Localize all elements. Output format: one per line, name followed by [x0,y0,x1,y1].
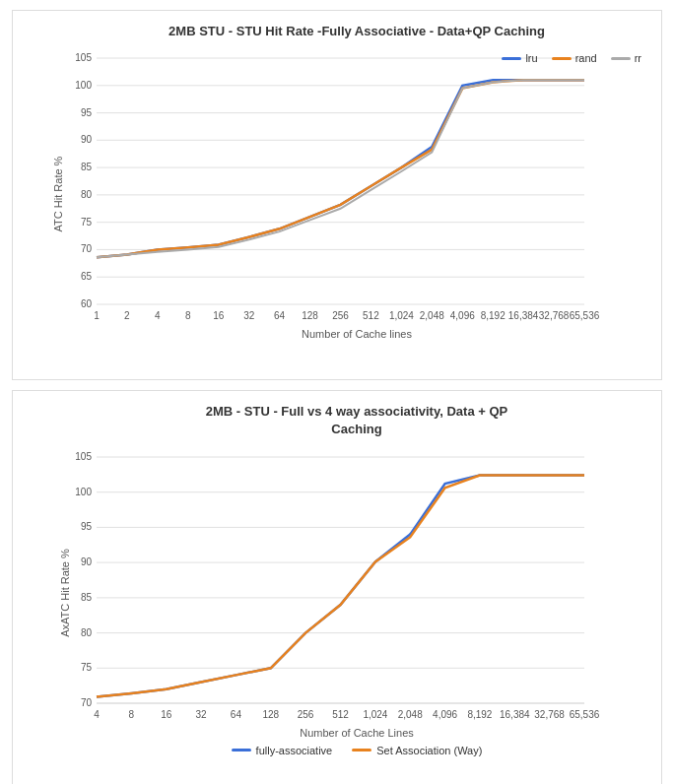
legend-rr-label: rr [635,52,641,64]
svg-text:4,096: 4,096 [433,709,457,720]
legend-set-assoc-label: Set Association (Way) [376,745,482,756]
chart2-area: AxATC Hit Rate % 70 75 80 85 90 95 [62,447,651,739]
svg-text:512: 512 [363,310,379,321]
svg-text:16,384: 16,384 [508,310,539,321]
svg-text:100: 100 [75,486,92,496]
svg-text:512: 512 [332,709,349,720]
main-container: 2MB STU - STU Hit Rate -Fully Associativ… [0,0,674,784]
chart2-panel: 2MB - STU - Full vs 4 way associativity,… [12,390,662,784]
svg-text:2,048: 2,048 [420,310,444,321]
svg-text:65,536: 65,536 [570,310,600,321]
svg-text:8,192: 8,192 [467,709,492,720]
svg-text:1: 1 [94,310,100,321]
svg-text:65,536: 65,536 [570,709,600,720]
svg-text:32: 32 [196,709,208,720]
svg-text:4,096: 4,096 [450,310,475,321]
svg-text:1,024: 1,024 [389,310,414,321]
svg-text:70: 70 [81,697,93,708]
chart1-y-label: ATC Hit Rate % [52,157,64,232]
svg-text:95: 95 [81,521,93,532]
svg-text:4: 4 [94,709,100,720]
legend-lru-label: lru [525,52,537,64]
chart2-svg: 70 75 80 85 90 95 100 105 4 8 16 32 [62,447,614,723]
chart2-title: 2MB - STU - Full vs 4 way associativity,… [62,403,651,438]
svg-text:8,192: 8,192 [481,310,506,321]
svg-text:8: 8 [185,310,191,321]
svg-text:256: 256 [332,310,349,321]
legend-lru-line [502,57,521,60]
svg-text:60: 60 [81,298,93,309]
svg-text:85: 85 [81,162,93,172]
svg-text:32: 32 [243,310,255,321]
legend-fully-assoc-label: fully-associative [256,745,333,756]
chart1-title: 2MB STU - STU Hit Rate -Fully Associativ… [62,23,651,40]
chart2-legend: fully-associative Set Association (Way) [62,745,651,756]
chart2-y-label: AxATC Hit Rate % [59,549,71,637]
svg-text:2: 2 [124,310,130,321]
svg-text:100: 100 [75,80,92,91]
svg-text:4: 4 [155,310,161,321]
svg-text:1,024: 1,024 [363,709,387,720]
svg-text:16: 16 [213,310,225,321]
svg-text:128: 128 [302,310,318,321]
legend-fully-assoc-line [232,749,251,751]
legend-fully-assoc: fully-associative [232,745,333,756]
svg-text:65: 65 [81,271,93,282]
svg-text:95: 95 [81,107,93,118]
legend-set-assoc: Set Association (Way) [352,745,482,756]
svg-text:105: 105 [75,52,92,63]
svg-text:32,768: 32,768 [534,709,565,720]
svg-text:90: 90 [81,134,93,145]
svg-text:16: 16 [161,709,172,720]
legend-lru: lru [502,52,537,64]
legend-rr: rr [611,52,641,64]
svg-text:64: 64 [274,310,286,321]
svg-text:256: 256 [298,709,314,720]
legend-rr-line [611,57,631,60]
svg-text:70: 70 [81,244,93,255]
svg-text:8: 8 [129,709,135,720]
svg-text:75: 75 [81,217,93,228]
chart1-x-label: Number of Cache lines [62,328,651,340]
legend-rand-label: rand [575,52,597,64]
legend-rand-line [552,57,572,60]
svg-text:80: 80 [81,189,93,200]
chart1-area: ATC Hit Rate % lru rand rr [62,48,651,340]
svg-text:105: 105 [75,451,92,462]
svg-text:64: 64 [231,709,242,720]
svg-text:75: 75 [81,662,93,673]
svg-text:128: 128 [262,709,279,720]
legend-rand: rand [552,52,597,64]
legend-set-assoc-line [352,749,371,751]
svg-text:85: 85 [81,591,93,602]
chart1-panel: 2MB STU - STU Hit Rate -Fully Associativ… [12,10,662,380]
chart2-x-label: Number of Cache Lines [62,727,651,739]
svg-text:16,384: 16,384 [500,709,530,720]
chart1-svg: .grid { stroke: #e0e0e0; stroke-width: 1… [62,48,614,324]
svg-text:32,768: 32,768 [539,310,570,321]
svg-text:80: 80 [81,626,93,637]
svg-text:90: 90 [81,556,93,567]
svg-text:2,048: 2,048 [398,709,423,720]
chart1-legend: lru rand rr [502,52,641,64]
